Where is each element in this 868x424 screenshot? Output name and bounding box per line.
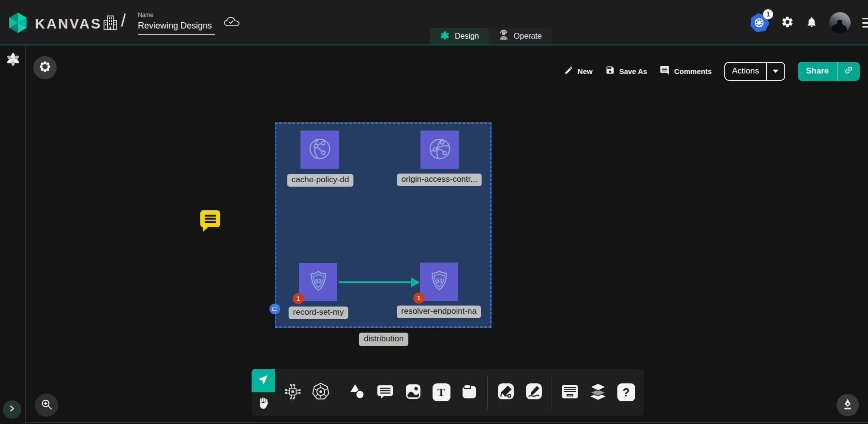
edge-line [339,281,412,283]
design-name-group: Name [138,12,215,35]
save-floppy-icon [605,65,615,77]
horizontal-scrollbar[interactable] [26,422,868,423]
tool-select[interactable] [252,369,275,392]
caret-down-icon [773,70,778,73]
actions-label: Actions [725,63,766,80]
cursor-arrow-icon [257,374,269,387]
tool-note[interactable] [459,382,479,403]
tool-kubernetes[interactable] [311,382,331,403]
kubernetes-icon [750,26,769,34]
top-bar: KANVAS / Name [0,0,868,45]
kanvas-hexagon-icon [7,12,29,36]
cloud-sync-icon [224,15,240,30]
layers-icon [588,382,608,403]
comment-bubble-icon [376,383,394,402]
breadcrumb-separator: / [121,11,126,31]
app-logo[interactable]: KANVAS [7,12,102,36]
tool-components[interactable] [283,382,303,403]
help-icon: ? [617,383,635,401]
app-window: KANVAS / Name [0,0,868,424]
tool-section-infra [275,376,339,409]
notifications-bell-icon[interactable] [806,16,818,30]
settings-gear-icon[interactable] [781,15,794,30]
sidebar-expand-button[interactable] [3,400,21,419]
tool-pen[interactable] [495,382,516,403]
comments-button[interactable]: Comments [659,65,712,77]
pencil-icon [564,66,573,77]
meshery-swirl-icon[interactable] [5,52,21,69]
chevron-right-icon [9,405,15,414]
tab-design[interactable]: Design [430,28,489,44]
design-swirl-icon [440,30,450,43]
save-as-button[interactable]: Save As [605,65,647,77]
copy-link-button[interactable] [837,62,860,81]
chip-icon [284,383,301,402]
operate-person-icon [498,29,509,43]
tool-help[interactable]: ? [616,382,636,403]
helm-wheel-icon [312,382,330,403]
selection-group-distribution[interactable] [275,122,492,328]
top-right-controls: 1 [750,0,868,45]
tool-drawer[interactable] [560,382,580,403]
pointer-tool-column [252,369,275,416]
kubernetes-context-button[interactable]: 1 [750,13,769,33]
edge-arrowhead-icon [411,278,420,287]
share-button[interactable]: Share [798,62,860,81]
new-label: New [578,67,593,75]
hamburger-menu-icon[interactable] [862,18,868,28]
tool-section-draw [487,376,552,409]
actions-caret[interactable] [766,63,784,80]
kanvas-wordmark: KANVAS [35,16,102,32]
name-field-label: Name [138,12,215,18]
flower-icon [39,60,51,75]
tool-bar: T [275,369,644,416]
handle-square-icon [272,307,277,311]
tool-image[interactable] [403,382,423,403]
actions-dropdown-button[interactable]: Actions [724,62,785,81]
tool-section-manage: ? [552,376,644,409]
organization-icon[interactable] [103,15,118,33]
drawer-archive-icon [561,383,579,402]
tab-operate-label: Operate [514,32,542,41]
comment-marker[interactable] [200,209,221,234]
tool-layers[interactable] [588,382,608,403]
pen-nib-icon [842,398,853,412]
pencil-scribble-icon [525,382,543,402]
save-as-label: Save As [619,67,647,75]
group-label-distribution[interactable]: distribution [359,333,408,346]
image-icon [404,383,422,402]
tool-text[interactable]: T [431,382,451,403]
node-label[interactable]: record-set-my [289,307,348,319]
shapes-icon [348,382,366,403]
tool-shapes[interactable] [347,382,367,403]
user-avatar[interactable] [829,12,851,33]
text-tool-icon: T [433,383,450,401]
magnifier-plus-icon [41,398,53,412]
edge-record-to-resolver[interactable] [339,278,420,287]
comments-label: Comments [674,67,712,75]
new-button[interactable]: New [564,66,593,77]
canvas-action-row: New Save As Comment [564,61,860,81]
canvas-options-button[interactable] [33,56,57,79]
tool-freehand[interactable] [524,382,544,403]
tool-section-annotate: T [339,376,487,409]
tab-operate[interactable]: Operate [489,28,552,44]
bezier-pen-icon [497,382,515,402]
tab-design-label: Design [455,32,479,41]
design-name-input[interactable] [138,20,215,35]
issue-badge[interactable]: 1 [413,292,424,304]
selection-handle[interactable] [269,304,280,314]
node-label[interactable]: resolver-endpoint-na [397,306,481,318]
note-card-icon [461,383,478,402]
tool-pan[interactable] [252,392,275,416]
node-label[interactable]: origin-access-contr... [397,174,482,186]
share-label: Share [798,62,837,81]
bottom-toolbar: T [252,369,644,416]
pen-mode-button[interactable] [837,394,859,416]
zoom-in-button[interactable] [35,394,58,417]
mode-tabs: Design Operate [430,28,552,44]
issue-badge[interactable]: 1 [293,293,304,304]
node-label[interactable]: cache-policy-dd [287,174,353,187]
context-count-badge: 1 [763,9,773,19]
tool-comment[interactable] [375,382,395,403]
